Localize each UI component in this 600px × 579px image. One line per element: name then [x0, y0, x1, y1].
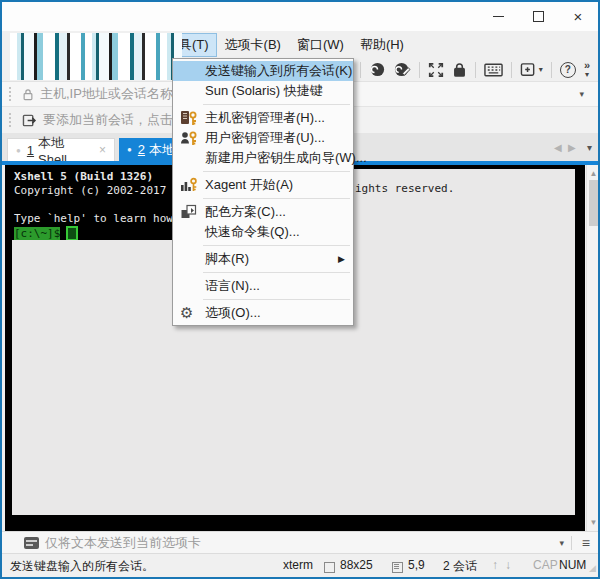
num-lock-indicator: NUM [559, 558, 586, 572]
close-button[interactable]: × [558, 2, 598, 31]
terminal-prompt: [c:\~]$ [14, 227, 60, 240]
tab-scroll-forward-icon[interactable]: ▶ [568, 142, 576, 153]
terminal-cursor [66, 226, 78, 240]
address-lock-icon [22, 88, 34, 101]
menu-item[interactable]: 用户密钥管理者(U)... [173, 128, 353, 148]
menu-separator [203, 171, 350, 172]
lock-icon [452, 62, 467, 78]
minimize-button[interactable] [478, 2, 518, 31]
swirl-pen-icon [394, 61, 411, 78]
toolbar-separator [360, 62, 361, 78]
new-terminal-button[interactable]: ▾ [516, 60, 547, 80]
menubar-item[interactable]: 选项卡(B) [217, 33, 289, 57]
separator [571, 536, 572, 550]
xshell-session-button[interactable] [365, 60, 390, 80]
menu-separator [203, 272, 350, 273]
menubar-item[interactable]: 帮助(H) [352, 33, 412, 57]
address-placeholder: 主机,IP地址或会话名称 [40, 85, 173, 103]
session-count-label: 2 会话 [443, 558, 477, 575]
minimize-icon [493, 16, 504, 17]
terminal-size-label: 88x25 [340, 558, 373, 572]
chevron-down-icon: ▾ [585, 71, 589, 79]
scroll-up-icon[interactable]: ▲ [587, 169, 600, 178]
menu-item[interactable]: Sun (Solaris) 快捷键 [173, 81, 353, 101]
menu-separator [203, 104, 350, 105]
menu-item[interactable]: 脚本(R)▶ [173, 249, 353, 269]
menubar-item[interactable]: 窗口(W) [289, 33, 352, 57]
tab-close-icon[interactable]: × [99, 143, 106, 157]
menu-item[interactable]: 主机密钥管理者(H)... [173, 108, 353, 128]
send-menu-icon[interactable]: ≡ [582, 536, 590, 550]
keyboard-icon [484, 63, 503, 77]
menu-item[interactable]: ⚙选项(O)... [173, 303, 353, 323]
menu-separator [203, 299, 350, 300]
menu-item-label: 选项(O)... [205, 304, 261, 322]
chevron-down-icon: ▾ [539, 65, 543, 74]
toolbar-separator [419, 62, 420, 78]
status-bar: 发送键盘输入的所有会话。 xterm 88x25 5,9 2 会话 ↑ ↓ CA… [2, 553, 598, 577]
submenu-arrow-icon: ▶ [338, 254, 345, 264]
xshell-edit-session-button[interactable] [390, 60, 415, 80]
address-dropdown-icon[interactable]: ▾ [579, 89, 584, 99]
close-icon: × [574, 9, 583, 24]
fullscreen-button[interactable] [424, 60, 448, 80]
maximize-button[interactable] [518, 2, 558, 31]
tab-1[interactable]: ●1本地Shell× [7, 138, 115, 161]
scrollbar-thumb[interactable] [589, 180, 598, 226]
drag-handle[interactable] [9, 113, 16, 127]
maximize-icon [533, 11, 544, 22]
add-session-icon [22, 114, 37, 127]
menu-separator [203, 198, 350, 199]
help-button[interactable]: ? [556, 60, 580, 80]
xshell-window: × 工具(T)选项卡(B)窗口(W)帮助(H) A ▾ ▾ [0, 0, 600, 579]
resize-grip-icon[interactable]: ◢ [589, 563, 596, 573]
color-scheme-icon [180, 203, 198, 221]
menu-item-label: 脚本(R) [205, 250, 249, 268]
menu-item[interactable]: 新建用户密钥生成向导(W)... [173, 148, 353, 168]
cursor-position-label: 5,9 [408, 558, 425, 572]
menu-item[interactable]: 快速命令集(Q)... [173, 222, 353, 242]
new-window-icon [520, 62, 537, 78]
menu-item-label: 主机密钥管理者(H)... [205, 109, 325, 127]
gear-icon: ⚙ [180, 304, 198, 322]
tab-status-dot: ● [16, 146, 21, 155]
xagent-icon [180, 176, 198, 194]
tab-number: 2 [138, 142, 145, 157]
scroll-down-icon[interactable]: ▼ [587, 518, 600, 527]
swirl-icon [369, 61, 386, 78]
help-icon: ? [560, 62, 576, 78]
tab-scroll-back-icon[interactable]: ◀ [554, 142, 562, 153]
terminal-text-fragment: ights reserved. [355, 182, 454, 195]
tab-number: 1 [27, 143, 34, 158]
menu-item-label: 快速命令集(Q)... [205, 223, 300, 241]
menu-item-label: 配色方案(C)... [205, 203, 286, 221]
menu-item[interactable]: 发送键输入到所有会话(K) [173, 61, 353, 81]
session-hint-text: 要添加当前会话，点击左 [43, 111, 186, 129]
drag-handle[interactable] [9, 87, 16, 101]
terminal-scrollbar[interactable]: ▲ ▼ [586, 165, 600, 531]
tab-list-dropdown-icon[interactable]: ▾ [587, 142, 592, 153]
menu-item-label: 新建用户密钥生成向导(W)... [205, 149, 367, 167]
toolbar-separator [551, 62, 552, 78]
menu-item[interactable]: 语言(N)... [173, 276, 353, 296]
toolbar-separator [475, 62, 476, 78]
menu-item-label: 发送键输入到所有会话(K) [205, 62, 352, 80]
menu-item-label: Sun (Solaris) 快捷键 [205, 82, 323, 100]
tools-menu-popup: 发送键输入到所有会话(K)Sun (Solaris) 快捷键主机密钥管理者(H)… [172, 58, 354, 326]
menu-item-label: 语言(N)... [205, 277, 260, 295]
scroll-history-down-icon[interactable]: ↓ [505, 558, 511, 572]
status-message: 发送键盘输入的所有会话。 [10, 558, 154, 575]
menu-item[interactable]: 配色方案(C)... [173, 202, 353, 222]
virtual-keyboard-button[interactable] [480, 60, 507, 80]
host-key-icon [180, 109, 198, 127]
send-history-dropdown-icon[interactable]: ▾ [559, 538, 564, 548]
toolbar-overflow-button[interactable]: » ▾ [580, 60, 594, 80]
expand-icon [428, 62, 444, 78]
terminal-type-label: xterm [283, 558, 313, 572]
menu-item[interactable]: Xagent 开始(A) [173, 175, 353, 195]
lock-screen-button[interactable] [448, 60, 471, 80]
scroll-history-up-icon[interactable]: ↑ [492, 558, 498, 572]
caps-lock-indicator: CAP [533, 558, 558, 572]
title-bar: × [2, 2, 598, 31]
send-text-bar[interactable]: 仅将文本发送到当前选项卡 ▾ ≡ [2, 531, 598, 553]
